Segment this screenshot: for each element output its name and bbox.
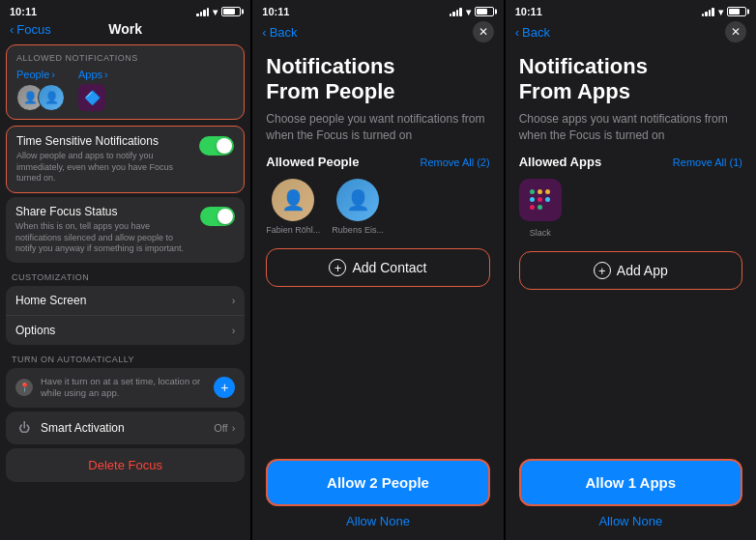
smart-icon: ⏻	[15, 419, 33, 437]
time-sensitive-row: Time Sensitive Notifications Allow peopl…	[6, 126, 245, 193]
panel-work-focus: 10:11 ▾ ‹ Focus Work ALLOWED NOTIFICATIO…	[0, 0, 250, 540]
smart-activation-row[interactable]: ⏻ Smart Activation Off ›	[6, 412, 245, 444]
svg-rect-0	[530, 197, 535, 202]
smart-activation-label: Smart Activation	[41, 421, 125, 435]
close-button-3[interactable]: ✕	[725, 21, 746, 43]
notif-apps-col[interactable]: Apps › 🔷	[78, 69, 108, 111]
add-app-button[interactable]: + Add App	[519, 251, 742, 290]
avatar-stack: 👤 👤	[16, 84, 59, 111]
add-contact-icon: +	[329, 259, 346, 276]
avatar-person-2: 👤	[38, 84, 65, 111]
options-label: Options	[15, 324, 55, 337]
panel2-title: NotificationsFrom People	[266, 54, 489, 105]
panel3-bottom: Allow 1 Apps Allow None	[506, 451, 756, 540]
auto-row-text: Have it turn on at a set time, location …	[41, 376, 214, 400]
panel3-scroll: NotificationsFrom Apps Choose apps you w…	[506, 46, 756, 451]
share-focus-title: Share Focus Status	[15, 205, 192, 218]
person-2: 👤 Rubens Eis...	[332, 179, 384, 235]
person-name-1: Fabien Röhl...	[266, 225, 320, 235]
wifi-icon-3: ▾	[718, 7, 723, 17]
status-icons-3: ▾	[702, 7, 746, 17]
add-app-label: Add App	[617, 263, 668, 278]
battery-icon-3	[727, 7, 746, 16]
panel3-desc: Choose apps you want notifications from …	[519, 111, 742, 144]
back-button-1[interactable]: ‹ Focus	[10, 22, 51, 37]
allowed-people-header: Allowed People Remove All (2)	[266, 155, 489, 169]
toggle-knob-1	[217, 138, 232, 154]
notif-people-col[interactable]: People › 👤 👤	[16, 69, 59, 111]
svg-rect-2	[538, 189, 542, 194]
share-focus-toggle[interactable]	[200, 207, 235, 226]
allowed-apps-title: Allowed Apps	[519, 155, 601, 169]
time-sensitive-text: Time Sensitive Notifications Allow peopl…	[16, 134, 191, 185]
back-label-3: Back	[522, 25, 550, 40]
allowed-people-title: Allowed People	[266, 155, 359, 169]
panel2-desc: Choose people you want notifications fro…	[266, 111, 489, 144]
customization-group: Home Screen › Options ›	[6, 286, 245, 345]
apps-row: Slack	[519, 179, 742, 238]
options-row[interactable]: Options ›	[6, 315, 245, 345]
add-contact-button[interactable]: + Add Contact	[266, 248, 489, 287]
page-title-1: Work	[108, 21, 142, 37]
person-1: 👤 Fabien Röhl...	[266, 179, 320, 235]
smart-value: Off	[214, 422, 227, 434]
panel3-title: NotificationsFrom Apps	[519, 54, 742, 105]
back-button-2[interactable]: ‹ Back	[262, 25, 297, 40]
auto-row-left: 📍 Have it turn on at a set time, locatio…	[15, 376, 214, 400]
remove-all-people[interactable]: Remove All (2)	[421, 156, 490, 168]
smart-row-right: Off ›	[214, 422, 235, 434]
status-bar-3: 10:11 ▾	[506, 0, 756, 19]
back-chevron-2: ‹	[262, 25, 266, 40]
allowed-notifications-block: ALLOWED NOTIFICATIONS People › 👤 👤 Apps	[6, 44, 245, 120]
wifi-icon-1: ▾	[213, 7, 218, 17]
auto-add-button[interactable]: +	[214, 377, 235, 398]
remove-all-apps[interactable]: Remove All (1)	[673, 156, 742, 168]
close-button-2[interactable]: ✕	[473, 21, 494, 43]
svg-rect-3	[538, 197, 542, 202]
customization-label: CUSTOMIZATION	[0, 267, 250, 286]
notif-apps-label: Apps ›	[78, 69, 108, 80]
allow-people-button[interactable]: Allow 2 People	[266, 459, 489, 506]
status-bar-1: 10:11 ▾	[0, 0, 250, 19]
allow-none-people[interactable]: Allow None	[346, 514, 410, 528]
panel-apps: 10:11 ▾ ‹ Back ✕ NotificationsFrom Apps …	[506, 0, 756, 540]
auto-label: TURN ON AUTOMATICALLY	[0, 349, 250, 368]
location-icon: 📍	[15, 379, 33, 396]
panel1-content: ALLOWED NOTIFICATIONS People › 👤 👤 Apps	[0, 41, 250, 540]
nav-bar-3: ‹ Back ✕	[506, 19, 756, 46]
back-label-2: Back	[270, 25, 298, 40]
time-sensitive-desc: Allow people and apps to notify you imme…	[16, 151, 191, 185]
share-focus-text: Share Focus Status When this is on, tell…	[15, 205, 192, 255]
time-sensitive-toggle[interactable]	[199, 136, 234, 156]
status-icons-1: ▾	[196, 7, 241, 17]
auto-row: 📍 Have it turn on at a set time, locatio…	[6, 368, 245, 408]
share-focus-row: Share Focus Status When this is on, tell…	[6, 197, 245, 263]
time-3: 10:11	[515, 6, 542, 17]
back-chevron-3: ‹	[515, 25, 519, 40]
status-icons-2: ▾	[450, 7, 494, 17]
allow-none-apps[interactable]: Allow None	[598, 514, 662, 528]
back-button-3[interactable]: ‹ Back	[515, 25, 550, 40]
slack-icon-large	[519, 179, 562, 221]
person-avatar-1: 👤	[272, 179, 314, 221]
battery-icon-2	[475, 7, 494, 16]
app-name-slack: Slack	[530, 228, 551, 238]
svg-rect-7	[530, 205, 535, 210]
home-screen-row[interactable]: Home Screen ›	[6, 286, 245, 315]
notif-people-label: People ›	[16, 69, 59, 80]
back-label-1: Focus	[16, 22, 50, 37]
allowed-notif-label: ALLOWED NOTIFICATIONS	[16, 53, 234, 63]
home-screen-label: Home Screen	[15, 294, 86, 307]
smart-row-left: ⏻ Smart Activation	[15, 419, 125, 437]
allow-apps-button[interactable]: Allow 1 Apps	[519, 459, 742, 506]
svg-rect-4	[545, 197, 550, 202]
delete-focus-button[interactable]: Delete Focus	[6, 448, 245, 482]
panel-people: 10:11 ▾ ‹ Back ✕ NotificationsFrom Peopl…	[252, 0, 503, 540]
nav-bar-2: ‹ Back ✕	[252, 19, 503, 46]
svg-rect-6	[545, 189, 550, 194]
time-sensitive-title: Time Sensitive Notifications	[16, 134, 191, 148]
add-contact-label: Add Contact	[352, 260, 426, 275]
status-bar-2: 10:11 ▾	[252, 0, 503, 19]
people-row: 👤 Fabien Röhl... 👤 Rubens Eis...	[266, 179, 489, 235]
svg-rect-5	[538, 205, 542, 210]
